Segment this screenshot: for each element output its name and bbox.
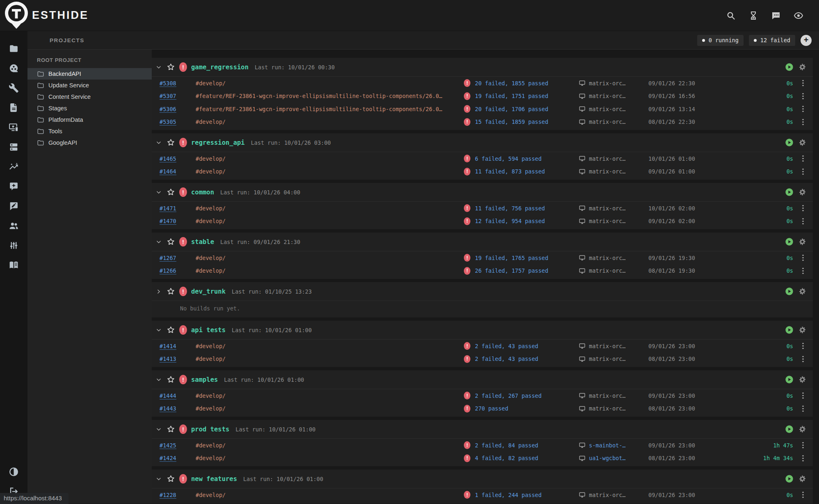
app-logo[interactable]: ESTHIDE <box>0 1 89 30</box>
tree-item-content-service[interactable]: Content Service <box>27 91 152 103</box>
build-link[interactable]: #1443 <box>160 405 176 412</box>
reviews-icon[interactable] <box>6 196 22 216</box>
build-link[interactable]: #1414 <box>160 343 176 350</box>
group-settings-gear-icon[interactable] <box>798 139 806 146</box>
build-result[interactable]: ! 2 failed, 43 passed <box>464 355 579 363</box>
build-result[interactable]: ! 19 failed, 1751 passed <box>464 92 579 100</box>
favorite-star-icon[interactable] <box>167 237 175 246</box>
favorite-star-icon[interactable] <box>167 63 175 71</box>
build-result[interactable]: ! 270 passed <box>464 405 579 413</box>
row-menu-button[interactable] <box>793 119 813 125</box>
group-settings-gear-icon[interactable] <box>798 63 806 71</box>
row-menu-button[interactable] <box>793 255 813 261</box>
favorite-star-icon[interactable] <box>167 425 175 433</box>
releases-star-bubble-icon[interactable] <box>6 176 22 196</box>
row-menu-button[interactable] <box>793 392 813 399</box>
build-link[interactable]: #1425 <box>160 442 176 449</box>
tree-item-backendapi[interactable]: BackendAPI <box>27 68 152 80</box>
tune-sliders-icon[interactable] <box>6 235 22 255</box>
build-result[interactable]: ! 1 failed, 244 passed <box>464 491 579 499</box>
analytics-trend-icon[interactable] <box>6 157 22 176</box>
run-build-button[interactable] <box>785 188 794 196</box>
build-link[interactable]: #5307 <box>160 93 176 100</box>
build-result[interactable]: ! 6 failed, 594 passed <box>464 155 579 162</box>
row-menu-button[interactable] <box>793 169 813 175</box>
build-link[interactable]: #1413 <box>160 356 176 363</box>
hourglass-icon[interactable] <box>748 11 758 21</box>
row-menu-button[interactable] <box>793 218 813 224</box>
group-title[interactable]: game_regression <box>191 64 249 71</box>
favorite-star-icon[interactable] <box>167 138 175 147</box>
contrast-icon[interactable] <box>6 462 22 481</box>
build-result[interactable]: ! 20 failed, 1706 passed <box>464 105 579 113</box>
users-icon[interactable] <box>6 216 22 235</box>
build-result[interactable]: ! 20 failed, 1855 passed <box>464 79 579 87</box>
row-menu-button[interactable] <box>793 93 813 99</box>
favorite-star-icon[interactable] <box>167 287 175 296</box>
row-menu-button[interactable] <box>793 343 813 349</box>
build-link[interactable]: #1464 <box>160 168 176 175</box>
run-build-button[interactable] <box>785 287 794 296</box>
build-link[interactable]: #1470 <box>160 218 176 225</box>
tree-item-stages[interactable]: Stages <box>27 103 152 114</box>
search-icon[interactable] <box>726 11 736 21</box>
build-result[interactable]: ! 2 failed, 43 passed <box>464 342 579 350</box>
dns-servers-icon[interactable] <box>6 137 22 157</box>
build-result[interactable]: ! 12 failed, 954 passed <box>464 217 579 225</box>
build-link[interactable]: #1471 <box>160 205 176 212</box>
favorite-star-icon[interactable] <box>167 474 175 483</box>
build-result[interactable]: ! 19 failed, 1765 passed <box>464 254 579 262</box>
collapse-chevron-icon[interactable] <box>156 426 162 432</box>
row-menu-button[interactable] <box>793 455 813 461</box>
collapse-chevron-icon[interactable] <box>156 239 162 245</box>
chat-icon[interactable] <box>771 11 781 21</box>
group-settings-gear-icon[interactable] <box>798 425 806 433</box>
build-result[interactable]: ! 4 failed, 82 passed <box>464 454 579 462</box>
knowledge-book-icon[interactable] <box>6 255 22 275</box>
build-link[interactable]: #5306 <box>160 106 176 113</box>
group-settings-gear-icon[interactable] <box>798 376 806 383</box>
tree-item-googleapi[interactable]: GoogleAPI <box>27 137 152 148</box>
build-link[interactable]: #1465 <box>160 155 176 162</box>
build-link[interactable]: #5305 <box>160 119 176 125</box>
collapse-chevron-icon[interactable] <box>156 476 162 482</box>
group-title[interactable]: samples <box>191 376 218 383</box>
run-build-button[interactable] <box>785 326 794 334</box>
tree-item-tools[interactable]: Tools <box>27 125 152 137</box>
collapse-chevron-icon[interactable] <box>156 289 162 294</box>
build-result[interactable]: ! 26 failed, 1757 passed <box>464 267 579 275</box>
running-count-badge[interactable]: 0 running <box>697 35 744 46</box>
group-settings-gear-icon[interactable] <box>798 326 806 334</box>
run-build-button[interactable] <box>785 474 794 483</box>
row-menu-button[interactable] <box>793 155 813 162</box>
tree-item-platformdata[interactable]: PlatformData <box>27 114 152 125</box>
collapse-chevron-icon[interactable] <box>156 327 162 333</box>
build-link[interactable]: #1424 <box>160 455 176 462</box>
build-result[interactable]: ! 11 failed, 756 passed <box>464 204 579 212</box>
build-result[interactable]: ! 2 failed, 267 passed <box>464 392 579 399</box>
run-build-button[interactable] <box>785 375 794 384</box>
group-title[interactable]: new features <box>191 475 237 483</box>
run-build-button[interactable] <box>785 237 794 246</box>
tree-item-update-service[interactable]: Update Service <box>27 80 152 91</box>
projects-folder-icon[interactable] <box>6 39 22 58</box>
row-menu-button[interactable] <box>793 492 813 498</box>
row-menu-button[interactable] <box>793 442 813 448</box>
media-reel-icon[interactable] <box>6 58 22 78</box>
build-result[interactable]: ! 15 failed, 1859 passed <box>464 118 579 126</box>
eye-icon[interactable] <box>794 11 803 21</box>
group-title[interactable]: common <box>191 189 214 196</box>
run-build-button[interactable] <box>785 63 794 71</box>
build-result[interactable]: ! 2 failed, 84 passed <box>464 441 579 449</box>
group-settings-gear-icon[interactable] <box>798 475 806 483</box>
build-link[interactable]: #5308 <box>160 80 176 87</box>
run-build-button[interactable] <box>785 138 794 147</box>
favorite-star-icon[interactable] <box>167 188 175 196</box>
favorite-star-icon[interactable] <box>167 375 175 384</box>
build-link[interactable]: #1267 <box>160 255 176 262</box>
row-menu-button[interactable] <box>793 205 813 211</box>
group-title[interactable]: dev_trunk <box>191 288 226 295</box>
group-settings-gear-icon[interactable] <box>798 287 806 295</box>
add-project-button[interactable]: + <box>801 35 812 46</box>
build-link[interactable]: #1266 <box>160 267 176 274</box>
